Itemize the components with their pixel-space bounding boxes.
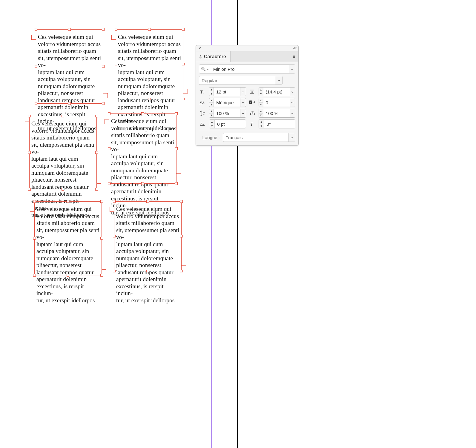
language-field[interactable]	[223, 133, 295, 142]
panel-menu-icon[interactable]	[290, 51, 298, 62]
text-frame[interactable]: Ces veleseque eium qui volorro viduntemp…	[114, 201, 182, 271]
resize-handle[interactable]	[108, 112, 110, 115]
panel-titlebar[interactable]	[196, 45, 298, 51]
text-frame[interactable]: Ces veleseque eium qui volorro viduntemp…	[109, 113, 176, 184]
resize-handle[interactable]	[182, 28, 185, 31]
dropdown-icon[interactable]	[240, 88, 245, 96]
vscale-field[interactable]: ▲▼	[209, 109, 246, 118]
text-frame[interactable]: Ces veleseque eium qui volorro viduntemp…	[36, 29, 103, 104]
baseline-field[interactable]: ▲▼	[209, 119, 246, 128]
kerning-input[interactable]	[214, 100, 240, 105]
character-panel[interactable]: Caractère TT ▲▼	[196, 45, 299, 146]
baseline-input[interactable]	[215, 122, 245, 127]
in-port[interactable]	[111, 35, 116, 40]
resize-handle[interactable]	[102, 102, 105, 105]
hscale-field[interactable]: ▲▼	[259, 109, 296, 118]
resize-handle[interactable]	[62, 115, 64, 117]
resize-handle[interactable]	[115, 63, 117, 65]
dropdown-icon[interactable]	[290, 88, 295, 96]
resize-handle[interactable]	[102, 65, 105, 68]
resize-handle[interactable]	[180, 270, 183, 272]
dropdown-icon[interactable]	[275, 76, 282, 85]
in-port[interactable]	[25, 122, 30, 126]
resize-handle[interactable]	[108, 147, 110, 150]
resize-handle[interactable]	[33, 200, 36, 203]
language-input[interactable]	[223, 135, 288, 140]
resize-handle[interactable]	[182, 98, 185, 100]
search-icon[interactable]	[199, 67, 211, 71]
out-port[interactable]	[176, 173, 181, 178]
resize-handle[interactable]	[33, 274, 36, 277]
resize-handle[interactable]	[67, 274, 69, 277]
resize-handle[interactable]	[68, 28, 71, 31]
dropdown-icon[interactable]	[290, 109, 295, 117]
resize-handle[interactable]	[141, 112, 144, 115]
resize-handle[interactable]	[100, 237, 103, 240]
resize-handle[interactable]	[175, 147, 178, 150]
font-style-input[interactable]	[199, 78, 275, 83]
dropdown-icon[interactable]	[288, 133, 295, 142]
font-size-field[interactable]: ▲▼	[209, 87, 246, 96]
spinner[interactable]: ▲▼	[259, 109, 263, 117]
out-port[interactable]	[181, 261, 186, 266]
resize-handle[interactable]	[35, 102, 37, 105]
resize-handle[interactable]	[100, 274, 103, 277]
resize-handle[interactable]	[68, 102, 71, 105]
resize-handle[interactable]	[180, 235, 183, 237]
resize-handle[interactable]	[180, 200, 183, 203]
leading-input[interactable]	[263, 89, 290, 94]
out-port[interactable]	[96, 179, 101, 184]
resize-handle[interactable]	[33, 237, 36, 240]
resize-handle[interactable]	[182, 63, 185, 65]
leading-field[interactable]: ▲▼	[259, 87, 296, 96]
spinner[interactable]: ▲▼	[209, 98, 214, 107]
resize-handle[interactable]	[102, 28, 105, 31]
collapse-icon[interactable]	[293, 46, 296, 50]
resize-handle[interactable]	[115, 28, 117, 31]
font-family-input[interactable]	[211, 67, 289, 72]
resize-handle[interactable]	[115, 98, 117, 100]
close-icon[interactable]	[198, 46, 201, 50]
font-style-field[interactable]	[199, 76, 282, 85]
text-frame[interactable]: Ces veleseque eium qui volorro viduntemp…	[34, 201, 102, 275]
tracking-field[interactable]: ▲▼	[259, 98, 296, 107]
in-port[interactable]	[105, 119, 109, 124]
hscale-input[interactable]	[263, 111, 290, 116]
resize-handle[interactable]	[175, 112, 178, 115]
text-frame[interactable]: Ces veleseque eium qui volorro viduntemp…	[29, 116, 97, 189]
vscale-input[interactable]	[214, 111, 240, 116]
spinner[interactable]: ▲▼	[259, 98, 263, 107]
resize-handle[interactable]	[113, 235, 116, 237]
spinner[interactable]: ▲▼	[259, 88, 263, 96]
text-frame[interactable]: Ces veleseque eium qui volorro viduntemp…	[116, 29, 183, 99]
resize-handle[interactable]	[35, 28, 37, 31]
resize-handle[interactable]	[148, 98, 151, 100]
in-port[interactable]	[110, 207, 114, 212]
resize-handle[interactable]	[95, 115, 98, 117]
font-family-field[interactable]	[199, 65, 295, 73]
resize-handle[interactable]	[62, 188, 64, 191]
font-size-input[interactable]	[214, 89, 240, 94]
resize-handle[interactable]	[148, 28, 151, 31]
resize-handle[interactable]	[113, 270, 116, 272]
tracking-input[interactable]	[263, 100, 290, 105]
spinner[interactable]: ▲▼	[209, 109, 214, 117]
resize-handle[interactable]	[28, 188, 31, 191]
resize-handle[interactable]	[35, 65, 37, 68]
out-port[interactable]	[103, 93, 108, 98]
resize-handle[interactable]	[175, 182, 178, 185]
resize-handle[interactable]	[28, 151, 31, 154]
spinner[interactable]: ▲▼	[209, 88, 214, 96]
resize-handle[interactable]	[113, 200, 116, 203]
resize-handle[interactable]	[100, 200, 103, 203]
resize-handle[interactable]	[146, 270, 149, 272]
dropdown-icon[interactable]	[290, 98, 295, 107]
resize-handle[interactable]	[146, 200, 149, 203]
spinner[interactable]: ▲▼	[209, 120, 215, 128]
kerning-field[interactable]: ▲▼	[209, 98, 246, 107]
out-port[interactable]	[183, 89, 188, 93]
skew-input[interactable]	[264, 122, 295, 127]
resize-handle[interactable]	[67, 200, 69, 203]
skew-field[interactable]: ▲▼	[259, 119, 296, 128]
in-port[interactable]	[30, 207, 35, 212]
